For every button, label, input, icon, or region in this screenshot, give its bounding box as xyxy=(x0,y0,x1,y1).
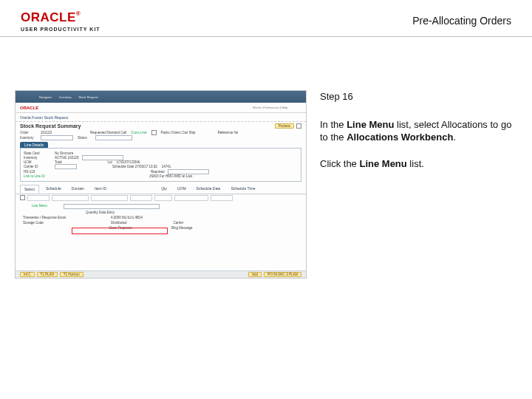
label: Order xyxy=(20,131,39,134)
subtab[interactable]: Domain xyxy=(68,185,88,194)
label: Quantity Data Entry xyxy=(86,211,115,214)
brand-block: ORACLE® USER PRODUCTIVITY KIT xyxy=(21,10,100,32)
footer-btn[interactable]: T1 Horizon xyxy=(60,272,83,277)
text: . xyxy=(453,132,456,143)
step-label: Step 16 xyxy=(320,90,512,103)
nav-item: Inventory xyxy=(59,95,71,99)
page-links: Home | Preferences | Help xyxy=(253,106,287,109)
label: Carrier xyxy=(174,221,184,225)
footer-btn[interactable]: POI M-343 / 2 PLAN xyxy=(264,272,301,277)
footer-bar: Inf.C T1 PLAN T1 Horizon Add POI M-343 /… xyxy=(16,270,306,278)
details-panel: State Card No Structure Inventory ACTIVE… xyxy=(20,148,301,182)
breadcrumb: Oracle Fusion Stock Request xyxy=(16,113,306,122)
instruction-line-2: Click the Line Menu list. xyxy=(320,157,512,171)
label: UOM xyxy=(24,160,53,164)
value: LOGISTICS546 xyxy=(117,160,140,164)
input[interactable] xyxy=(95,135,132,140)
cell[interactable] xyxy=(27,195,50,201)
value: 101123 xyxy=(41,131,52,134)
label: Cross Line xyxy=(131,131,147,134)
checkbox[interactable] xyxy=(296,123,301,129)
trademark: ® xyxy=(76,10,81,17)
bold-text: Allocations Workbench xyxy=(347,132,453,143)
label xyxy=(32,211,83,214)
cell[interactable] xyxy=(52,195,89,201)
app-screenshot: Navigator Inventory Stock Request ORACLE… xyxy=(15,90,307,279)
cell[interactable] xyxy=(91,195,128,201)
footer-btn[interactable]: T1 PLAN xyxy=(37,272,58,277)
value: ACTIVE 102123 xyxy=(55,156,79,160)
label: Inventory xyxy=(20,136,39,140)
link[interactable]: Link to Line ID xyxy=(24,174,65,178)
process-button[interactable]: Process xyxy=(275,123,294,129)
label: Carrier ID xyxy=(24,165,53,168)
text: In the xyxy=(320,119,347,130)
instruction-line-1: In the Line Menu list, select Allocation… xyxy=(320,118,512,144)
label: Ring Message xyxy=(171,226,193,230)
label: Schedule Date 27/03/17 13:32 xyxy=(112,165,157,168)
cell[interactable] xyxy=(174,195,208,201)
input[interactable] xyxy=(55,164,77,169)
label: State Card xyxy=(24,151,53,155)
row-check[interactable] xyxy=(20,195,25,200)
value: No Structure xyxy=(55,151,73,155)
subtab[interactable]: Select xyxy=(20,185,39,194)
footer-btn[interactable]: Add xyxy=(248,272,262,277)
nav-item: Navigator xyxy=(39,95,52,99)
table-row: Line Menu xyxy=(16,203,306,210)
label: Requested Demand Call xyxy=(90,131,126,134)
input[interactable] xyxy=(168,169,209,174)
label: Lot xyxy=(108,160,112,164)
top-nav-bar: Navigator Inventory Stock Request xyxy=(16,91,306,103)
inner-logo: ORACLE xyxy=(20,106,38,110)
value: 4,0000 ML/ILI/1.4B14 xyxy=(111,216,143,219)
text: Click the xyxy=(320,158,359,169)
col: Schedule Date xyxy=(193,185,225,194)
label: Reported xyxy=(151,170,165,174)
label: Close Requests xyxy=(109,226,132,230)
section-heading: Stock Request Summary xyxy=(16,122,85,130)
label: Inventory xyxy=(24,156,53,160)
active-tab[interactable]: Line Details xyxy=(20,142,48,148)
label: Status xyxy=(78,136,94,140)
instruction-panel: Step 16 In the Line Menu list, select Al… xyxy=(320,90,512,279)
value: 14741 xyxy=(162,165,171,168)
text: list. xyxy=(407,158,424,169)
checkbox[interactable] xyxy=(151,130,157,135)
input[interactable] xyxy=(41,135,73,140)
input[interactable] xyxy=(82,155,123,160)
subtab[interactable]: Schedule xyxy=(42,185,65,194)
bold-text: Line Menu xyxy=(347,119,394,130)
sub-tabs: Select Schedule Domain Item ID Qty UOM S… xyxy=(16,185,306,194)
header-divider xyxy=(0,36,532,37)
oracle-logo: ORACLE xyxy=(21,10,76,24)
label: Reference No xyxy=(218,131,239,134)
line-menu-list[interactable] xyxy=(64,204,160,209)
cell[interactable] xyxy=(211,195,233,201)
footer-btn[interactable]: Inf.C xyxy=(20,272,35,277)
value: HS-119 xyxy=(24,170,53,174)
label: Timeseries / Response Excel xyxy=(23,216,86,219)
value: JS815 For HMO-IMID at Last xyxy=(149,174,192,178)
col: Schedule Time xyxy=(227,185,259,194)
bold-text: Line Menu xyxy=(359,158,406,169)
cell[interactable] xyxy=(130,195,152,201)
line-menu[interactable]: Line Menu xyxy=(32,204,61,209)
upk-subline: USER PRODUCTIVITY KIT xyxy=(21,27,100,32)
nav-item: Stock Request xyxy=(79,95,98,99)
table-row xyxy=(16,194,306,202)
cell[interactable] xyxy=(154,195,172,201)
label: Storage Code xyxy=(23,221,86,225)
col: UOM xyxy=(174,185,190,194)
page-title: Pre-Allocating Orders xyxy=(412,10,514,27)
subtab[interactable]: Item ID xyxy=(91,185,110,194)
col: Qty xyxy=(157,185,171,194)
label: Packs Orders Can Ship xyxy=(161,131,196,134)
label: Distributed xyxy=(111,221,127,225)
